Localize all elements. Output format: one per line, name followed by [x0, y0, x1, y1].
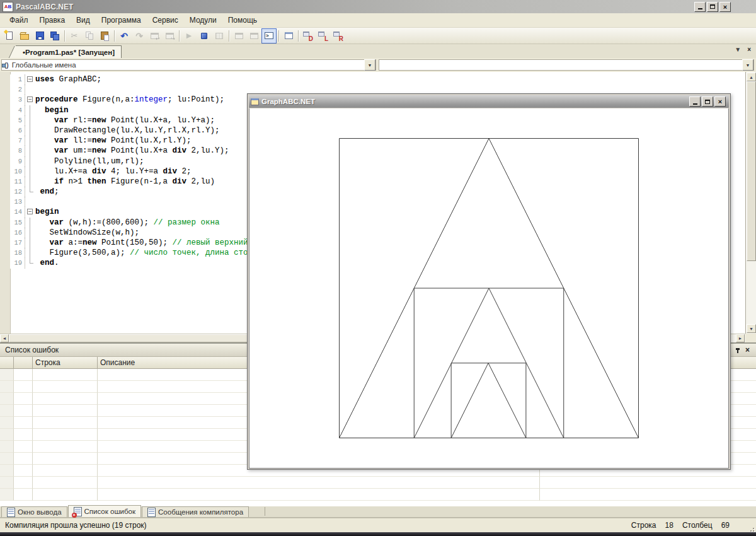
- navigation-bar: () Глобальные имена ▼ ▼: [0, 58, 756, 73]
- module-d-icon: [302, 30, 314, 42]
- bottom-tab-1[interactable]: Список ошибок: [68, 505, 142, 517]
- code-text: DrawRectangle(lu.X,lu.Y,rl.X,rl.Y);: [35, 125, 220, 136]
- redo-button[interactable]: [132, 28, 147, 44]
- graphabc-minimize-button[interactable]: [689, 96, 701, 107]
- step-over-button[interactable]: [231, 28, 246, 44]
- copy-button[interactable]: [82, 28, 97, 44]
- grid-cell: [0, 429, 14, 441]
- graphabc-title-bar[interactable]: GraphABC.NET ×: [249, 95, 729, 108]
- editor-vertical-scrollbar[interactable]: ▲ ▼: [745, 72, 756, 334]
- line-number: 10: [0, 166, 25, 177]
- grid-cell: [540, 489, 756, 501]
- run-button[interactable]: [181, 28, 197, 44]
- redo-icon: [134, 30, 145, 42]
- fold-marker: [25, 105, 35, 115]
- code-text: if n>1 then Figure(n-1,a div 2,lu): [35, 177, 215, 187]
- graphabc-window[interactable]: GraphABC.NET ×: [247, 93, 731, 470]
- fold-marker[interactable]: [25, 95, 35, 105]
- main-title-bar[interactable]: AB PascalABC.NET ×: [0, 0, 756, 13]
- show-form-button[interactable]: [281, 28, 296, 44]
- fold-marker[interactable]: [25, 74, 35, 84]
- grid-cell: [14, 477, 33, 489]
- grid-cell: [33, 465, 98, 477]
- toolbar-separator: [278, 30, 279, 42]
- cut-icon: [69, 30, 80, 42]
- module-d-button[interactable]: [301, 28, 316, 44]
- open-file-button[interactable]: [17, 28, 32, 44]
- scroll-up-icon[interactable]: ▲: [747, 73, 756, 81]
- module-r-button[interactable]: [331, 28, 346, 44]
- fold-marker[interactable]: [25, 207, 35, 217]
- menu-item-5[interactable]: Модули: [184, 14, 222, 26]
- cut-button[interactable]: [67, 28, 82, 44]
- scope-combobox[interactable]: () Глобальные имена ▼: [1, 59, 376, 71]
- vertical-scroll-thumb[interactable]: [747, 81, 756, 261]
- app-title: PascalABC.NET: [16, 3, 73, 11]
- graphabc-close-button[interactable]: ×: [714, 96, 726, 107]
- maximize-button[interactable]: [707, 2, 718, 12]
- grid-column-0[interactable]: [0, 357, 14, 369]
- scroll-left-icon[interactable]: ◄: [0, 334, 9, 342]
- panel-close-icon[interactable]: ×: [745, 346, 750, 354]
- grid-column-1[interactable]: [14, 357, 33, 369]
- graphabc-maximize-button[interactable]: [702, 96, 713, 107]
- copy-icon: [84, 30, 95, 42]
- fold-marker: [25, 177, 35, 187]
- bottom-tab-2[interactable]: Сообщения компилятора: [142, 506, 249, 517]
- tab-program1[interactable]: •Program1.pas* [Запущен]: [16, 45, 122, 59]
- menu-item-6[interactable]: Помощь: [222, 14, 263, 26]
- grid-cell: [14, 465, 33, 477]
- show-console-button[interactable]: [261, 28, 277, 44]
- tab-close-icon[interactable]: ×: [747, 46, 751, 54]
- minimize-icon: [698, 8, 702, 9]
- grid-cell: [0, 453, 14, 465]
- run-to-cursor-button[interactable]: [212, 28, 227, 44]
- menu-item-3[interactable]: Программа: [96, 14, 147, 26]
- scope-dropdown-icon[interactable]: ▼: [364, 59, 375, 71]
- step-over-icon: [233, 30, 244, 42]
- graphabc-canvas-area: [249, 108, 729, 469]
- minimize-button[interactable]: [694, 2, 706, 12]
- line-number: 16: [0, 228, 25, 238]
- module-l-button[interactable]: [316, 28, 331, 44]
- undo-icon: [118, 30, 130, 42]
- bottom-tab-label: Список ошибок: [84, 508, 136, 515]
- scroll-right-icon[interactable]: ►: [736, 334, 745, 342]
- nav-back-button[interactable]: [147, 28, 162, 44]
- stop-button[interactable]: [197, 28, 212, 44]
- error-grid-row: [0, 477, 756, 489]
- grid-cell: [98, 477, 540, 489]
- pin-icon[interactable]: [733, 346, 740, 354]
- menu-item-2[interactable]: Вид: [71, 14, 96, 26]
- save-all-button[interactable]: [47, 28, 62, 44]
- fold-marker: [25, 197, 35, 207]
- close-button[interactable]: ×: [719, 2, 731, 12]
- menu-item-0[interactable]: Файл: [4, 14, 34, 26]
- code-text: var ll:=new Point(lu.X,rl.Y);: [35, 136, 192, 146]
- line-number: 5: [0, 115, 25, 125]
- member-dropdown-icon[interactable]: ▼: [742, 59, 753, 71]
- menu-item-1[interactable]: Правка: [34, 14, 71, 26]
- nav-forward-icon: [164, 30, 175, 42]
- line-number: 11: [0, 177, 25, 187]
- new-file-button[interactable]: [2, 28, 17, 44]
- step-into-button[interactable]: [246, 28, 261, 44]
- fold-marker: [25, 248, 35, 258]
- line-number: 7: [0, 136, 25, 146]
- grid-column-Строка[interactable]: Строка: [33, 357, 98, 369]
- save-file-button[interactable]: [32, 28, 47, 44]
- toolbar-separator: [114, 30, 115, 42]
- bottom-tab-0[interactable]: Окно вывода: [1, 506, 67, 517]
- nav-forward-button[interactable]: [162, 28, 177, 44]
- paste-button[interactable]: [97, 28, 112, 44]
- menu-item-4[interactable]: Сервис: [147, 14, 184, 26]
- line-number: 15: [0, 218, 25, 228]
- tab-list-dropdown-icon[interactable]: ▼: [735, 46, 741, 54]
- scroll-down-icon[interactable]: ▼: [747, 324, 756, 333]
- line-number: 9: [0, 156, 25, 166]
- grid-cell: [14, 381, 33, 393]
- member-combobox[interactable]: ▼: [379, 59, 754, 71]
- undo-button[interactable]: [117, 28, 132, 44]
- toolbar-separator: [64, 30, 65, 42]
- code-text: end;: [35, 187, 59, 197]
